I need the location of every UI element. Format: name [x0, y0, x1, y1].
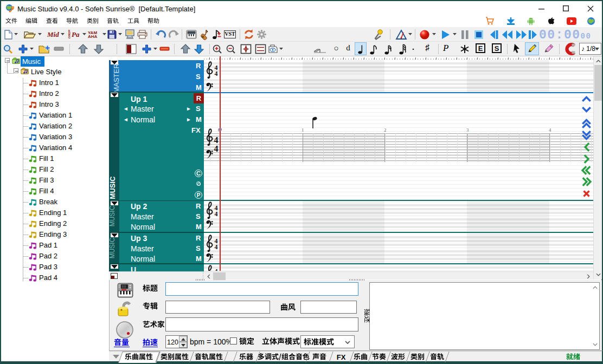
svg-text:4: 4 — [215, 210, 218, 218]
svg-text:4: 4 — [215, 243, 218, 251]
svg-text:4: 4 — [215, 70, 218, 77]
svg-text:4: 4 — [214, 144, 219, 153]
svg-text:4: 4 — [214, 135, 219, 145]
svg-text:4: 4 — [215, 268, 218, 271]
